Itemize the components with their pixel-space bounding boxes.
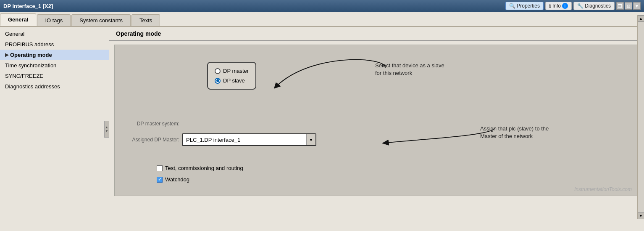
sidebar-label-time-sync: Time synchronization xyxy=(5,62,56,69)
watermark: InstrumentationTools.com xyxy=(574,186,632,192)
diagnostics-icon: 🔧 xyxy=(577,3,584,9)
sidebar-item-time-sync[interactable]: Time synchronization xyxy=(0,60,109,71)
section-header: Operating mode xyxy=(109,27,644,41)
radio-group-box: DP master DP slave xyxy=(207,62,256,90)
radio-dp-master-circle[interactable] xyxy=(215,68,221,74)
scroll-up-button[interactable]: ▲ xyxy=(638,15,644,22)
checkbox-watchdog[interactable] xyxy=(157,177,163,183)
radio-dp-master-label: DP master xyxy=(223,68,249,74)
content-area: Operating mode xyxy=(109,27,644,231)
checkbox-test-commissioning[interactable] xyxy=(157,165,163,171)
main-layout: General PROFIBUS address ▶ Operating mod… xyxy=(0,27,644,231)
assigned-dp-master-dropdown[interactable]: PLC_1.DP interface_1 ▼ xyxy=(182,133,316,146)
sidebar: General PROFIBUS address ▶ Operating mod… xyxy=(0,27,109,231)
dp-master-system-row: DP master system: xyxy=(115,121,639,127)
operating-mode-panel: DP master DP slave Select that device as… xyxy=(114,45,639,196)
tab-texts[interactable]: Texts xyxy=(131,14,160,26)
sidebar-label-operating-mode: Operating mode xyxy=(10,52,52,58)
properties-icon: 🔍 xyxy=(509,3,515,9)
info-button[interactable]: ℹ Info i xyxy=(545,2,572,10)
assigned-dp-master-row: Assigned DP Master: PLC_1.DP interface_1… xyxy=(115,133,639,146)
checkbox-area: Test, commissioning and routing Watchdog xyxy=(157,165,243,183)
checkbox-test-commissioning-label: Test, commissioning and routing xyxy=(165,165,243,171)
sidebar-item-operating-mode[interactable]: ▶ Operating mode xyxy=(0,50,109,60)
radio-dp-slave-label: DP slave xyxy=(223,77,245,84)
collapse-arrow-down: ▼ xyxy=(105,129,108,133)
dropdown-arrow-icon[interactable]: ▼ xyxy=(306,134,315,145)
radio-dp-slave[interactable]: DP slave xyxy=(215,77,249,84)
sidebar-label-profibus: PROFIBUS address xyxy=(5,41,54,48)
sidebar-item-diag-addresses[interactable]: Diagnostics addresses xyxy=(0,81,109,92)
collapse-arrow-up: ▲ xyxy=(105,125,108,129)
window-title: DP interface_1 [X2] xyxy=(3,3,53,9)
scroll-track[interactable] xyxy=(638,22,644,212)
sidebar-item-general[interactable]: General xyxy=(0,29,109,39)
radio-dp-master[interactable]: DP master xyxy=(215,68,249,74)
info-icon: ℹ xyxy=(549,3,551,9)
dropdown-value: PLC_1.DP interface_1 xyxy=(183,135,306,145)
window-controls: 🗖 ⊡ ▼ xyxy=(616,2,641,10)
sidebar-label-diag-addresses: Diagnostics addresses xyxy=(5,83,60,90)
scroll-down-button[interactable]: ▼ xyxy=(638,212,644,219)
sidebar-item-sync-freeze[interactable]: SYNC/FREEZE xyxy=(0,71,109,81)
properties-button[interactable]: 🔍 Properties xyxy=(505,2,544,10)
radio-dp-slave-circle[interactable] xyxy=(215,78,221,84)
tab-general[interactable]: General xyxy=(0,13,36,26)
minimize-button[interactable]: 🗖 xyxy=(616,2,624,10)
close-button[interactable]: ▼ xyxy=(633,2,641,10)
arrow-icon: ▶ xyxy=(5,52,8,58)
checkbox-test-commissioning-row: Test, commissioning and routing xyxy=(157,165,243,171)
section-title: Operating mode xyxy=(116,30,161,37)
sidebar-item-profibus[interactable]: PROFIBUS address xyxy=(0,39,109,50)
checkbox-watchdog-label: Watchdog xyxy=(165,176,189,183)
sidebar-label-general: General xyxy=(5,31,24,37)
sidebar-collapse-handle[interactable]: ▲ ▼ xyxy=(104,121,109,138)
title-bar-right: 🔍 Properties ℹ Info i 🔧 Diagnostics 🗖 ⊡ … xyxy=(505,2,641,10)
diagnostics-button[interactable]: 🔧 Diagnostics xyxy=(573,2,615,10)
scrollbar: ▲ ▼ xyxy=(637,15,644,219)
tab-io-tags[interactable]: IO tags xyxy=(37,14,71,26)
maximize-button[interactable]: ⊡ xyxy=(625,2,632,10)
tab-system-constants[interactable]: System constants xyxy=(71,14,131,26)
tab-bar: General IO tags System constants Texts xyxy=(0,12,644,27)
info-badge: i xyxy=(562,3,568,9)
assigned-dp-master-label: Assigned DP Master: xyxy=(115,137,182,143)
annotation-first: Select that device as a slave for this n… xyxy=(375,62,444,77)
title-bar: DP interface_1 [X2] 🔍 Properties ℹ Info … xyxy=(0,0,644,12)
checkbox-watchdog-row: Watchdog xyxy=(157,176,243,183)
sidebar-label-sync-freeze: SYNC/FREEZE xyxy=(5,73,43,79)
dp-master-system-label: DP master system: xyxy=(115,121,182,127)
